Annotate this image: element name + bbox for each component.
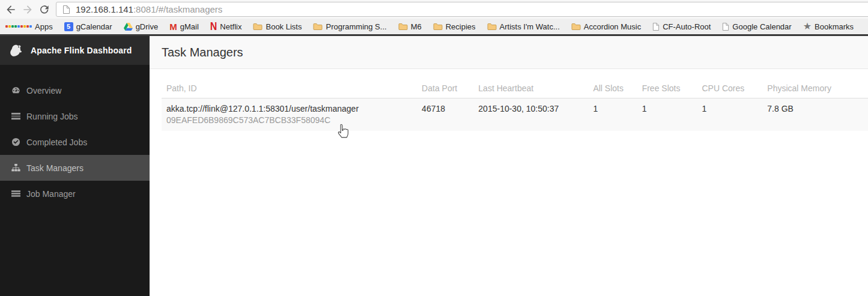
url-path: :8081/#/taskmanagers: [133, 4, 222, 14]
netflix-icon: N: [210, 20, 217, 33]
folder-icon: [313, 23, 323, 31]
cell-cpu-cores: 1: [697, 98, 762, 131]
bookmark-m6[interactable]: M6: [398, 22, 422, 31]
forward-arrow-icon[interactable]: [20, 2, 35, 17]
sitemap-icon: [11, 163, 20, 172]
page-icon: [62, 5, 70, 14]
col-free-slots: Free Slots: [637, 79, 697, 98]
browser-toolbar: 192.168.1.141:8081/#/taskmanagers: [0, 0, 868, 19]
bookmark-label: Google Calendar: [732, 22, 791, 31]
col-all-slots: All Slots: [588, 79, 637, 98]
bookmark-cf-auto-root[interactable]: CF-Auto-Root: [652, 22, 711, 31]
taskmanagers-table: Path, ID Data Port Last Heartbeat All Sl…: [162, 79, 868, 131]
bookmark-bookmarks-folder[interactable]: ★ Bookmarks: [803, 22, 854, 31]
back-arrow-icon[interactable]: [3, 2, 19, 17]
cell-free-slots: 1: [637, 98, 697, 131]
col-last-heartbeat: Last Heartbeat: [473, 79, 588, 98]
taskmanager-id: 09EAFED6B9869C573AC7BCB33F58094C: [166, 115, 412, 126]
taskmanager-path[interactable]: akka.tcp://flink@127.0.1.1:58301/user/ta…: [166, 103, 412, 115]
bookmark-programming[interactable]: Programming S...: [313, 22, 386, 31]
sidebar-item-label: Completed Jobs: [26, 137, 87, 147]
bookmark-apps[interactable]: Apps: [5, 22, 53, 31]
content-area: Path, ID Data Port Last Heartbeat All Sl…: [150, 69, 868, 131]
flink-dashboard-page: Apache Flink Dashboard Overview Running …: [0, 36, 868, 296]
bookmark-label: Recipies: [446, 22, 476, 31]
bookmark-accordion[interactable]: Accordion Music: [571, 22, 641, 31]
table-header-row: Path, ID Data Port Last Heartbeat All Sl…: [162, 79, 868, 98]
url-host: 192.168.1.141: [76, 4, 133, 14]
bookmarks-bar: Apps 5 gCalendar gDrive M gMail N Netfli…: [0, 19, 868, 36]
star-icon: ★: [803, 22, 812, 31]
bookmark-label: Netflix: [220, 22, 241, 31]
page-titlebar: Task Managers: [150, 36, 868, 69]
bookmark-label: Bookmarks: [815, 22, 854, 31]
bookmark-label: gDrive: [136, 22, 159, 31]
col-path-id: Path, ID: [162, 79, 417, 98]
sidebar-item-running-jobs[interactable]: Running Jobs: [0, 103, 150, 129]
bookmark-netflix[interactable]: N Netflix: [210, 21, 242, 32]
list-icon: [11, 189, 20, 198]
bookmark-label: Apps: [35, 22, 53, 31]
flink-logo-icon: [8, 43, 24, 59]
bookmark-book-lists[interactable]: Book Lists: [253, 22, 302, 31]
cell-path-id[interactable]: akka.tcp://flink@127.0.1.1:58301/user/ta…: [162, 98, 417, 131]
cell-last-heartbeat: 2015-10-30, 10:50:37: [473, 98, 588, 131]
page-icon: [722, 22, 729, 31]
bookmark-label: CF-Auto-Root: [663, 22, 711, 31]
sidebar-header: Apache Flink Dashboard: [0, 36, 150, 65]
col-physical-memory: Physical Memory: [762, 79, 868, 98]
sidebar-item-label: Task Managers: [26, 163, 83, 173]
bookmark-recipies[interactable]: Recipies: [433, 22, 476, 31]
bookmark-google-calendar[interactable]: Google Calendar: [722, 22, 791, 31]
bookmark-label: gMail: [180, 22, 199, 31]
bookmark-artists[interactable]: Artists I'm Watc...: [487, 22, 560, 31]
page-title: Task Managers: [162, 46, 243, 59]
cell-physical-memory: 7.8 GB: [762, 98, 868, 131]
sidebar: Apache Flink Dashboard Overview Running …: [0, 36, 150, 296]
sidebar-item-job-manager[interactable]: Job Manager: [0, 181, 150, 207]
gmail-icon: M: [169, 22, 177, 32]
folder-icon: [433, 23, 443, 31]
bookmark-label: Artists I'm Watc...: [500, 22, 560, 31]
bookmark-label: Accordion Music: [584, 22, 641, 31]
folder-icon: [487, 23, 497, 31]
check-circle-icon: [11, 137, 20, 146]
col-data-port: Data Port: [417, 79, 473, 98]
col-cpu-cores: CPU Cores: [697, 79, 762, 98]
page-icon: [652, 22, 660, 31]
gauge-icon: [11, 86, 20, 95]
sidebar-item-completed-jobs[interactable]: Completed Jobs: [0, 129, 150, 155]
app-title: Apache Flink Dashboard: [31, 46, 132, 55]
bookmark-label: M6: [411, 22, 422, 31]
google-drive-icon: [124, 23, 133, 31]
sidebar-item-overview[interactable]: Overview: [0, 77, 150, 103]
bookmark-label: Programming S...: [326, 22, 386, 31]
bookmark-gcalendar[interactable]: 5 gCalendar: [64, 22, 112, 31]
main-area: Task Managers Path, ID Data Port Last He…: [150, 36, 868, 296]
sidebar-nav: Overview Running Jobs Completed Jobs Tas…: [0, 65, 150, 207]
cell-all-slots: 1: [588, 98, 637, 131]
folder-icon: [571, 23, 581, 31]
cell-data-port: 46718: [417, 98, 473, 131]
table-row[interactable]: akka.tcp://flink@127.0.1.1:58301/user/ta…: [162, 98, 868, 131]
sidebar-item-label: Overview: [26, 86, 61, 95]
bookmark-label: gCalendar: [76, 22, 112, 31]
calendar-5-icon: 5: [64, 22, 73, 31]
reload-icon[interactable]: [37, 2, 52, 17]
apps-grid-icon: [5, 25, 32, 28]
sidebar-item-task-managers[interactable]: Task Managers: [0, 155, 150, 181]
sidebar-item-label: Running Jobs: [26, 112, 78, 121]
tasks-icon: [11, 112, 20, 121]
bookmark-label: Book Lists: [266, 22, 302, 31]
folder-icon: [253, 23, 263, 31]
bookmark-gdrive[interactable]: gDrive: [124, 22, 159, 31]
address-bar[interactable]: 192.168.1.141:8081/#/taskmanagers: [56, 2, 868, 17]
folder-icon: [398, 23, 408, 31]
sidebar-item-label: Job Manager: [26, 189, 76, 199]
bookmark-gmail[interactable]: M gMail: [169, 22, 199, 32]
